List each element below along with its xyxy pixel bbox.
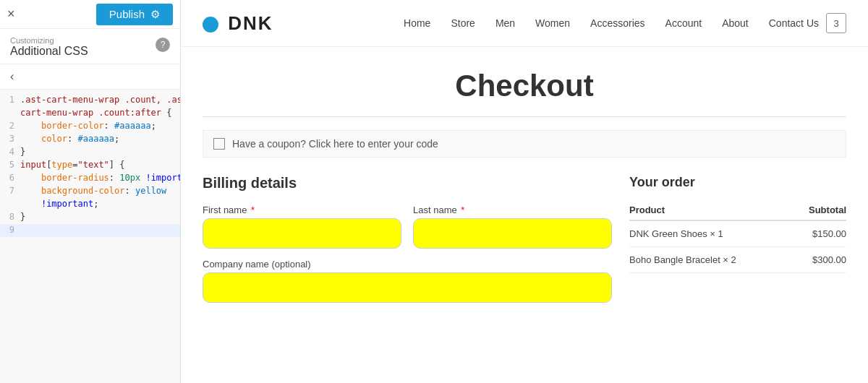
table-row: Boho Bangle Bracelet × 2$300.00 [629, 247, 846, 273]
company-group: Company name (optional) [203, 259, 612, 303]
coupon-bar[interactable]: Have a coupon? Click here to enter your … [203, 130, 846, 158]
nav-men[interactable]: Men [495, 17, 515, 29]
billing-title: Billing details [203, 175, 612, 192]
nav-women[interactable]: Women [535, 17, 570, 29]
back-button[interactable]: ‹ [0, 64, 180, 90]
order-table: Product Subtotal DNK Green Shoes × 1$150… [629, 200, 846, 273]
subtotal-header: Subtotal [790, 200, 846, 220]
back-arrow-icon: ‹ [10, 70, 14, 83]
checkout-divider [203, 116, 846, 117]
item-name: Boho Bangle Bracelet × 2 [629, 247, 790, 273]
cart-badge[interactable]: 3 [826, 13, 846, 33]
first-name-label: First name * [203, 205, 401, 215]
nav-account[interactable]: Account [665, 17, 702, 29]
company-input[interactable] [203, 272, 612, 303]
nav-about[interactable]: About [722, 17, 749, 29]
last-name-label: Last name * [413, 205, 612, 215]
code-line: 7 background-color: yellow [0, 185, 180, 198]
company-label: Company name (optional) [203, 259, 612, 270]
code-line: 8 } [0, 211, 180, 224]
help-icon[interactable]: ? [156, 38, 170, 52]
item-subtotal: $300.00 [790, 247, 846, 273]
gear-icon: ⚙ [150, 8, 160, 21]
nav-links: Home Store Men Women Accessories Account… [404, 17, 819, 30]
checkout-grid: Billing details First name * Last name * [203, 175, 846, 313]
site-navigation: DNK Home Store Men Women Accessories Acc… [181, 0, 868, 47]
customizing-header: Customizing Additional CSS ? [0, 29, 180, 64]
first-name-input[interactable] [203, 218, 401, 249]
nav-store[interactable]: Store [451, 17, 475, 29]
publish-label: Publish [109, 8, 145, 20]
code-line: 6 border-radius: 10px !important; [0, 172, 180, 185]
order-title: Your order [629, 175, 846, 190]
close-button[interactable]: × [7, 7, 15, 22]
logo-text: DNK [228, 12, 273, 34]
name-row: First name * Last name * [203, 205, 612, 249]
billing-section: Billing details First name * Last name * [203, 175, 612, 313]
nav-home[interactable]: Home [404, 17, 430, 29]
order-summary: Your order Product Subtotal DNK Green Sh… [629, 175, 846, 313]
site-preview: DNK Home Store Men Women Accessories Acc… [181, 0, 868, 383]
checkout-title: Checkout [203, 47, 846, 116]
site-logo: DNK [203, 12, 273, 35]
product-header: Product [629, 200, 790, 220]
code-line: !important; [0, 198, 180, 211]
customizer-panel: × Publish ⚙ Customizing Additional CSS ?… [0, 0, 181, 383]
coupon-icon [213, 138, 225, 150]
code-line-active: 9 [0, 224, 180, 237]
code-line: 5 input[type="text"] { [0, 159, 180, 172]
logo-icon [203, 17, 218, 33]
customizing-label: Customizing [10, 36, 88, 45]
nav-contact-us[interactable]: Contact Us [769, 17, 819, 29]
last-name-group: Last name * [413, 205, 612, 249]
item-subtotal: $150.00 [790, 220, 846, 247]
code-editor[interactable]: 1 .ast-cart-menu-wrap .count, .ast- cart… [0, 90, 180, 383]
coupon-text: Have a coupon? Click here to enter your … [232, 138, 438, 150]
code-line: 1 .ast-cart-menu-wrap .count, .ast- [0, 94, 180, 107]
code-line: cart-menu-wrap .count:after { [0, 107, 180, 120]
additional-css-title: Additional CSS [10, 45, 88, 58]
code-line: 3 color: #aaaaaa; [0, 133, 180, 146]
code-line: 2 border-color: #aaaaaa; [0, 120, 180, 133]
last-name-input[interactable] [413, 218, 612, 249]
top-bar: × Publish ⚙ [0, 0, 180, 29]
nav-accessories[interactable]: Accessories [590, 17, 644, 29]
main-content: Checkout Have a coupon? Click here to en… [181, 47, 868, 383]
table-row: DNK Green Shoes × 1$150.00 [629, 220, 846, 247]
first-name-group: First name * [203, 205, 401, 249]
item-name: DNK Green Shoes × 1 [629, 220, 790, 247]
publish-button[interactable]: Publish ⚙ [96, 4, 173, 25]
code-line: 4 } [0, 146, 180, 159]
